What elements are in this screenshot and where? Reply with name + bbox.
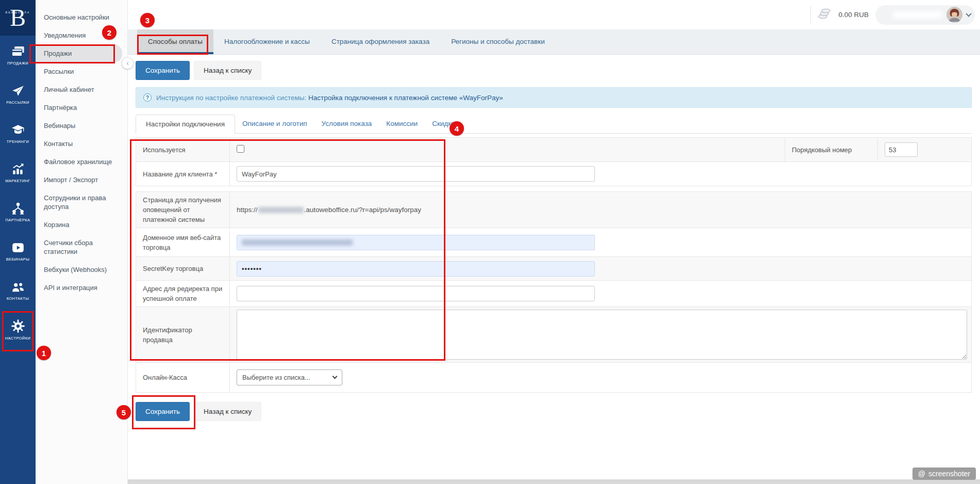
instruction-banner: ? Инструкция по настройке платежной сист… [136,87,972,108]
rail-item-marketing[interactable]: МАРКЕТИНГ [0,153,36,192]
online-kassa-selected-value: Выберите из списка... [242,374,310,381]
logo-wordmark: ВЕБШКОЛА [0,11,36,14]
rail-item-training[interactable]: ТРЕНИНГИ [0,114,36,153]
save-button-bottom[interactable]: Сохранить [136,402,190,421]
rail-item-label: НАСТРОЙКИ [5,336,30,341]
secret-key-input[interactable] [237,261,595,277]
save-button[interactable]: Сохранить [136,61,190,80]
subtab-description-logo[interactable]: Описание и логотип [235,115,314,134]
used-label: Используется [136,138,230,162]
sidebar-item-mailings[interactable]: Рассылки [36,62,127,80]
rail-item-settings[interactable]: НАСТРОЙКИ [0,310,36,349]
sidebar-item-webinars[interactable]: Вебинары [36,117,127,135]
brand-logo[interactable]: B ВЕБШКОЛА [0,0,36,36]
online-kassa-select[interactable]: Выберите из списка... [237,369,342,385]
sidebar-item-affiliate[interactable]: Партнёрка [36,99,127,117]
sidebar-item-notifications[interactable]: Уведомления [36,26,127,44]
horizontal-scrollbar[interactable] [128,479,980,484]
sidebar-item-api-integration[interactable]: API и интеграция [36,279,127,297]
sidebar-item-cart[interactable]: Корзина [36,216,127,234]
sidebar-item-sales[interactable]: Продажи [36,44,122,62]
notify-url-value: https://.autoweboffice.ru/?r=api/ps/wayf… [237,206,421,214]
order-number-label: Порядковый номер [785,138,878,162]
tab-taxation[interactable]: Налогообложение и кассы [213,29,321,54]
top-header: 0.00 RUB [128,0,980,29]
subtab-connection-settings[interactable]: Настройки подключения [136,115,235,134]
row-online-kassa: Онлайн-Касса Выберите из списка... [136,363,972,393]
user-menu[interactable] [875,5,975,25]
rail-item-webinars[interactable]: ВЕБИНАРЫ [0,232,36,271]
rail-item-mailing[interactable]: РАССЫЛКИ [0,75,36,114]
domain-label: Доменное имя веб-сайта торговца [136,228,230,257]
rail-item-sales[interactable]: ПРОДАЖИ [0,36,36,75]
sidebar-item-personal-cabinet[interactable]: Личный кабинет [36,80,127,99]
sidebar-item-general[interactable]: Основные настройки [36,8,127,26]
sidebar-collapse-handle[interactable]: ‹ [122,57,134,69]
chevron-down-icon [966,11,971,17]
mailing-plane-icon [11,84,25,98]
redirect-url-label: Адрес для редиректа при успешной оплате [136,281,230,307]
top-toolbar: Сохранить Назад к списку [136,61,972,80]
row-client-name: Название для клиента * [136,162,972,186]
user-avatar [946,7,962,23]
subtab-discounts[interactable]: Скидки [425,115,462,134]
row-domain: Доменное имя веб-сайта торговца [136,228,972,257]
order-number-input[interactable] [885,142,918,157]
banner-instruction-link[interactable]: Настройка подключения к платежной систем… [308,94,503,102]
sidebar-item-staff-permissions[interactable]: Сотрудники и права доступа [36,189,127,216]
webinars-play-icon [11,241,25,254]
back-to-list-button[interactable]: Назад к списку [194,61,261,80]
settings-table-main: Страница для получения оповещений от пла… [136,191,972,393]
redirect-url-input[interactable] [237,286,595,301]
rail-item-label: ТРЕНИНГИ [7,139,29,144]
question-icon: ? [143,93,152,102]
subtab-display-conditions[interactable]: Условия показа [314,115,379,134]
rail-item-label: ПРОДАЖИ [7,61,28,66]
header-divider [810,6,811,24]
online-kassa-label: Онлайн-Касса [136,363,230,393]
settings-menu-sidebar: Основные настройки Уведомления Продажи Р… [36,0,128,484]
sidebar-item-file-storage[interactable]: Файловое хранилище [36,153,127,171]
rail-item-contacts[interactable]: КОНТАКТЫ [0,271,36,310]
subtab-commissions[interactable]: Комиссии [379,115,425,134]
row-merchant-id: Идентификатор продавца [136,307,972,363]
content-area: Сохранить Назад к списку ? Инструкция по… [128,61,980,421]
used-checkbox[interactable] [237,145,244,153]
sidebar-item-webhooks[interactable]: Вебхуки (Webhooks) [36,261,127,279]
sidebar-item-stat-counters[interactable]: Счетчики сбора статистики [36,234,127,261]
marketing-chart-icon [11,163,25,176]
tab-checkout-page[interactable]: Страница оформления заказа [321,29,440,54]
sales-cards-icon [11,45,25,58]
contacts-people-icon [10,280,26,294]
client-name-input[interactable] [237,166,595,182]
select-chevron-icon [333,374,338,379]
main-area: 0.00 RUB Способы оплаты Налогообложение … [128,0,980,484]
merchant-id-textarea[interactable] [237,310,967,360]
notify-url-label: Страница для получения оповещений от пла… [136,192,230,228]
sidebar-item-import-export[interactable]: Импорт / Экспорт [36,171,127,189]
tab-payment-methods[interactable]: Способы оплаты [137,29,213,54]
row-redirect-url: Адрес для редиректа при успешной оплате [136,281,972,307]
page: B ВЕБШКОЛА ПРОДАЖИ РАССЫЛКИ ТРЕНИНГИ МАР… [0,0,980,484]
banner-prefix: Инструкция по настройке платежной систем… [156,94,306,102]
training-cap-icon [10,123,26,137]
rail-item-label: ВЕБИНАРЫ [6,257,30,262]
rail-item-partners[interactable]: ПАРТНЁРКА [0,192,36,232]
row-used: Используется Порядковый номер [136,138,972,162]
rail-item-label: ПАРТНЁРКА [5,218,30,222]
payment-system-subtabs: Настройки подключения Описание и логотип… [136,115,972,134]
tab-regions-delivery[interactable]: Регионы и способы доставки [440,29,556,54]
at-icon: @ [918,470,925,478]
merchant-id-label: Идентификатор продавца [136,307,230,363]
domain-value-redacted [242,239,353,246]
section-tabbar: Способы оплаты Налогообложение и кассы С… [128,29,980,55]
domain-input[interactable] [237,235,595,250]
sidebar-item-contacts[interactable]: Контакты [36,135,127,153]
partners-network-icon [11,202,25,215]
notify-url-redacted [258,207,304,213]
back-to-list-button-bottom[interactable]: Назад к списку [194,402,261,421]
screenshot-watermark: @ screenshoter [912,467,976,480]
settings-table-top: Используется Порядковый номер Название д… [136,137,972,186]
row-secret-key: SecretKey торговца [136,257,972,281]
rail-item-label: КОНТАКТЫ [7,296,29,301]
